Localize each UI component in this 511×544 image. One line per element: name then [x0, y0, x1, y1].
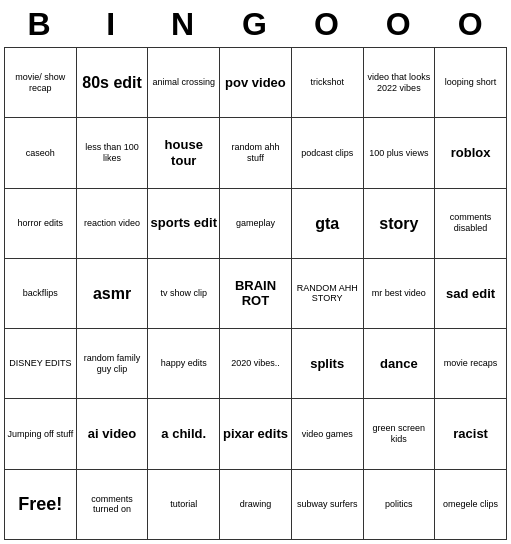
- bingo-cell[interactable]: video that looks 2022 vibes: [363, 48, 435, 118]
- bingo-cell[interactable]: gameplay: [220, 188, 292, 258]
- bingo-cell[interactable]: 80s edit: [76, 48, 148, 118]
- bingo-cell[interactable]: green screen kids: [363, 399, 435, 469]
- title-letter: B: [4, 6, 76, 43]
- bingo-cell[interactable]: less than 100 likes: [76, 118, 148, 188]
- bingo-cell[interactable]: house tour: [148, 118, 220, 188]
- bingo-cell[interactable]: sports edit: [148, 188, 220, 258]
- bingo-cell[interactable]: tutorial: [148, 469, 220, 539]
- bingo-cell[interactable]: asmr: [76, 258, 148, 328]
- bingo-cell[interactable]: tv show clip: [148, 258, 220, 328]
- bingo-cell[interactable]: movie/ show recap: [5, 48, 77, 118]
- bingo-cell[interactable]: Jumping off stuff: [5, 399, 77, 469]
- title-letter: N: [148, 6, 220, 43]
- title-letter: I: [76, 6, 148, 43]
- bingo-cell[interactable]: sad edit: [435, 258, 507, 328]
- bingo-cell[interactable]: random family guy clip: [76, 329, 148, 399]
- bingo-cell[interactable]: video games: [291, 399, 363, 469]
- bingo-cell[interactable]: story: [363, 188, 435, 258]
- bingo-cell[interactable]: omegele clips: [435, 469, 507, 539]
- bingo-cell[interactable]: random ahh stuff: [220, 118, 292, 188]
- title-letter: O: [291, 6, 363, 43]
- bingo-cell[interactable]: dance: [363, 329, 435, 399]
- bingo-cell[interactable]: podcast clips: [291, 118, 363, 188]
- bingo-cell[interactable]: horror edits: [5, 188, 77, 258]
- bingo-cell[interactable]: racist: [435, 399, 507, 469]
- bingo-cell[interactable]: RANDOM AHH STORY: [291, 258, 363, 328]
- bingo-cell[interactable]: gta: [291, 188, 363, 258]
- bingo-cell[interactable]: Free!: [5, 469, 77, 539]
- bingo-cell[interactable]: mr best video: [363, 258, 435, 328]
- bingo-cell[interactable]: backflips: [5, 258, 77, 328]
- bingo-cell[interactable]: comments disabled: [435, 188, 507, 258]
- bingo-cell[interactable]: 2020 vibes..: [220, 329, 292, 399]
- title-letter: O: [435, 6, 507, 43]
- bingo-cell[interactable]: politics: [363, 469, 435, 539]
- bingo-cell[interactable]: trickshot: [291, 48, 363, 118]
- bingo-cell[interactable]: 100 plus views: [363, 118, 435, 188]
- bingo-cell[interactable]: a child.: [148, 399, 220, 469]
- bingo-grid: movie/ show recap80s editanimal crossing…: [4, 47, 507, 540]
- title-letter: O: [363, 6, 435, 43]
- bingo-cell[interactable]: BRAIN ROT: [220, 258, 292, 328]
- bingo-cell[interactable]: looping short: [435, 48, 507, 118]
- bingo-cell[interactable]: pixar edits: [220, 399, 292, 469]
- bingo-cell[interactable]: DISNEY EDITS: [5, 329, 77, 399]
- bingo-cell[interactable]: movie recaps: [435, 329, 507, 399]
- bingo-cell[interactable]: splits: [291, 329, 363, 399]
- bingo-header: BINGOOO: [4, 4, 507, 47]
- title-letter: G: [220, 6, 292, 43]
- bingo-cell[interactable]: happy edits: [148, 329, 220, 399]
- bingo-cell[interactable]: roblox: [435, 118, 507, 188]
- bingo-cell[interactable]: caseoh: [5, 118, 77, 188]
- bingo-cell[interactable]: drawing: [220, 469, 292, 539]
- bingo-cell[interactable]: animal crossing: [148, 48, 220, 118]
- bingo-cell[interactable]: subway surfers: [291, 469, 363, 539]
- bingo-cell[interactable]: comments turned on: [76, 469, 148, 539]
- bingo-cell[interactable]: ai video: [76, 399, 148, 469]
- bingo-cell[interactable]: reaction video: [76, 188, 148, 258]
- bingo-cell[interactable]: pov video: [220, 48, 292, 118]
